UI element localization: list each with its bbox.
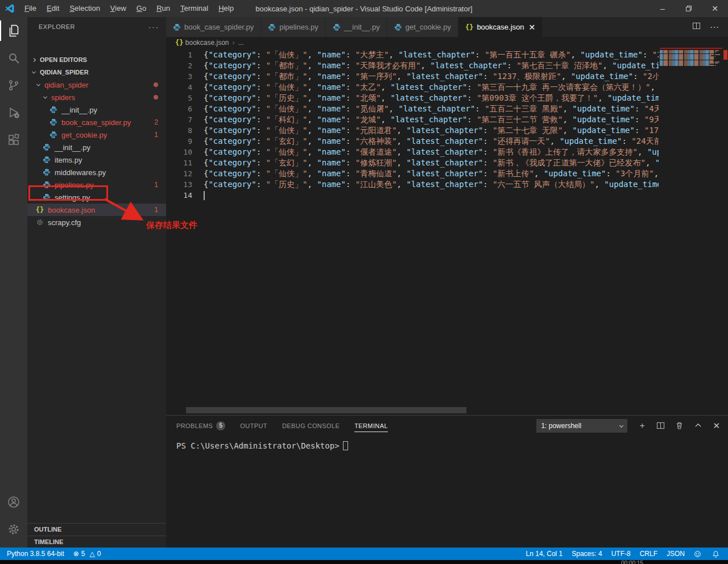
menu-view[interactable]: View <box>105 0 131 17</box>
file-items.py[interactable]: items.py <box>27 154 166 166</box>
encoding-status[interactable]: UTF-8 <box>607 548 635 560</box>
explorer-actions-icon[interactable]: ··· <box>148 23 159 31</box>
horizontal-scrollbar[interactable] <box>166 407 728 413</box>
chevron-down-icon <box>619 424 623 428</box>
horizontal-scrollbar-thumb[interactable] <box>186 407 466 413</box>
menu-selection[interactable]: Selection <box>64 0 105 17</box>
vscode-window: FileEditSelectionViewGoRunTerminalHelp b… <box>0 0 728 564</box>
folder-qidian_spider[interactable]: QIDIAN_SPIDER <box>27 66 166 78</box>
settings-gear-icon[interactable] <box>0 516 27 543</box>
more-actions-icon[interactable]: ··· <box>710 22 719 32</box>
language-mode-status[interactable]: JSON <box>662 548 689 560</box>
text-cursor <box>204 191 205 200</box>
close-panel-icon[interactable]: ✕ <box>713 421 720 431</box>
terminal-shell-select[interactable]: 1: powershell <box>536 419 627 433</box>
line-number: 4 <box>166 82 192 93</box>
file-scrapy.cfg[interactable]: scrapy.cfg <box>27 216 166 229</box>
menu-help[interactable]: Help <box>213 0 239 17</box>
feedback-icon[interactable] <box>689 548 708 560</box>
panel-tab-terminal[interactable]: TERMINAL <box>354 416 388 436</box>
outline-section[interactable]: OUTLINE <box>27 523 166 535</box>
breadcrumb-file[interactable]: bookcase.json <box>185 39 229 47</box>
menu-run[interactable]: Run <box>151 0 175 17</box>
account-icon[interactable] <box>0 488 27 516</box>
maximize-panel-icon[interactable] <box>694 421 702 430</box>
line-number: 14 <box>166 190 192 201</box>
problems-status[interactable]: ⊗ 5 △ 0 <box>69 548 106 560</box>
tab-get_cookie.py[interactable]: get_cookie.py <box>387 17 458 37</box>
bottom-panel: PROBLEMS5OUTPUTDEBUG CONSOLETERMINAL 1: … <box>166 415 728 548</box>
file-pipelines.py[interactable]: pipelines.py1 <box>27 179 166 191</box>
chevron-down-icon <box>36 82 40 86</box>
tab-bookcase.json[interactable]: {}bookcase.json✕ <box>458 17 543 37</box>
code-line-12: 12{"category": "「仙侠」", "name": "青梅仙道", "… <box>166 168 659 179</box>
tab-label: book_case_spider.py <box>184 23 254 31</box>
python-interpreter-status[interactable]: Python 3.8.5 64-bit <box>0 548 69 560</box>
file-bookcase.json[interactable]: {}bookcase.json1 <box>27 204 166 216</box>
search-icon[interactable] <box>0 44 27 72</box>
notifications-bell-icon[interactable] <box>708 548 728 560</box>
code-line-11: 11{"category": "「玄幻」", "name": "修炼狂潮", "… <box>166 157 659 168</box>
extensions-icon[interactable] <box>0 126 27 154</box>
problems-badge: 1 <box>154 181 158 189</box>
split-editor-icon[interactable] <box>692 22 701 32</box>
tab-pipelines.py[interactable]: pipelines.py <box>261 17 326 37</box>
panel-tab-debug-console[interactable]: DEBUG CONSOLE <box>282 416 340 436</box>
panel-tab-problems[interactable]: PROBLEMS5 <box>176 416 225 436</box>
file-label: __init__.py <box>55 143 90 152</box>
explorer-icon[interactable] <box>0 17 27 44</box>
file-middlewares.py[interactable]: middlewares.py <box>27 166 166 179</box>
restore-button[interactable] <box>676 0 702 17</box>
kill-terminal-icon[interactable] <box>675 421 684 430</box>
menu-file[interactable]: File <box>19 0 42 17</box>
file-label: spiders <box>51 93 75 102</box>
file-get_cookie.py[interactable]: get_cookie.py1 <box>27 128 166 141</box>
file-tree: OPEN EDITORSQIDIAN_SPIDERqidian_spidersp… <box>27 53 166 229</box>
file-book_case_spider.py[interactable]: book_case_spider.py2 <box>27 116 166 128</box>
json-file-icon: {} <box>175 39 183 47</box>
errors-icon: ⊗ <box>73 550 79 558</box>
menu-edit[interactable]: Edit <box>42 0 64 17</box>
eol-status[interactable]: CRLF <box>635 548 662 560</box>
file-settings.py[interactable]: settings.py <box>27 191 166 204</box>
cursor-position-status[interactable]: Ln 14, Col 1 <box>522 548 568 560</box>
tab-book_case_spider.py[interactable]: book_case_spider.py <box>166 17 261 37</box>
new-terminal-icon[interactable]: ＋ <box>638 420 646 431</box>
panel-tab-label: OUTPUT <box>240 422 267 429</box>
split-terminal-icon[interactable] <box>656 421 665 430</box>
file-label: OPEN EDITORS <box>40 56 87 63</box>
breadcrumb-more[interactable]: ... <box>238 39 244 47</box>
tab-__init__.py[interactable]: __init__.py <box>326 17 387 37</box>
file-label: book_case_spider.py <box>61 118 131 127</box>
timeline-section[interactable]: TIMELINE <box>27 536 166 548</box>
run-debug-icon[interactable] <box>0 99 27 126</box>
source-control-icon[interactable] <box>0 72 27 99</box>
folder-qidian_spider[interactable]: qidian_spider <box>27 78 166 91</box>
file-__init__.py[interactable]: __init__.py <box>27 103 166 116</box>
minimap[interactable] <box>660 48 722 66</box>
menu-go[interactable]: Go <box>131 0 151 17</box>
line-number: 2 <box>166 60 192 71</box>
file-label: pipelines.py <box>55 181 94 189</box>
error-marker <box>723 50 727 60</box>
file-label: bookcase.json <box>48 206 95 214</box>
folder-spiders[interactable]: spiders <box>27 91 166 103</box>
warnings-icon: △ <box>89 550 94 558</box>
breadcrumb-separator-icon: › <box>233 39 235 47</box>
panel-tab-output[interactable]: OUTPUT <box>240 416 267 436</box>
problems-badge: 1 <box>154 206 158 214</box>
menu-terminal[interactable]: Terminal <box>175 0 213 17</box>
folder-openeditors[interactable]: OPEN EDITORS <box>27 53 166 66</box>
minimize-button[interactable]: – <box>650 0 676 17</box>
code-editor[interactable]: 1{"category": "「仙侠」", "name": "大梦主", "la… <box>166 48 659 408</box>
line-number: 6 <box>166 103 192 114</box>
modified-dot-icon <box>154 95 158 99</box>
breadcrumb[interactable]: {} bookcase.json › ... <box>166 37 728 48</box>
close-window-button[interactable]: ✕ <box>702 0 728 17</box>
file-__init__.py[interactable]: __init__.py <box>27 141 166 154</box>
close-tab-icon[interactable]: ✕ <box>529 23 536 32</box>
terminal[interactable]: PS C:\Users\Administrator\Desktop> <box>166 436 728 450</box>
overview-ruler[interactable] <box>722 48 728 407</box>
file-label: items.py <box>55 156 82 164</box>
indentation-status[interactable]: Spaces: 4 <box>567 548 606 560</box>
